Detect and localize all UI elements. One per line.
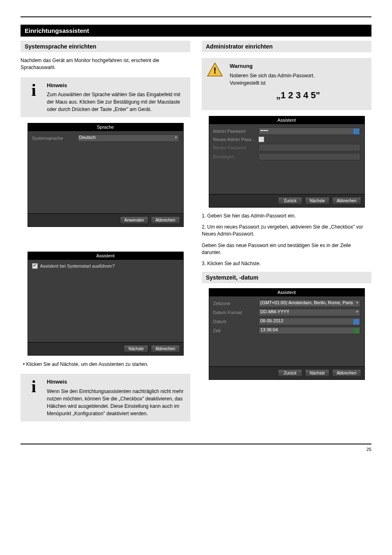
info-icon: i xyxy=(25,81,42,99)
page-footer: 25 xyxy=(21,444,371,452)
label-admin-password: Admin Passwort xyxy=(213,129,258,134)
note2-body: Wenn Sie den Einrichtungsassistenten nac… xyxy=(47,388,185,417)
dropdown-system-language[interactable]: Deutsch xyxy=(77,134,179,142)
right-heading-2: Systemzeit, -datum xyxy=(202,272,371,283)
clock-icon[interactable] xyxy=(353,328,359,334)
step-2: 2. Um ein neues Passwort zu vergeben, ak… xyxy=(202,224,371,238)
label-new-admin-password: Neues Admin Pass... xyxy=(213,137,258,142)
panel-admin-title: Assistent xyxy=(209,116,364,124)
step-3: 3. Klicken Sie auf Nächste. xyxy=(202,260,371,267)
dropdown-date-format[interactable]: DD-MM-YYYY xyxy=(258,309,360,316)
panel-wizard-title: Assistent xyxy=(28,252,183,260)
label-date: Datum xyxy=(213,319,258,324)
left-column: Systemsprache einrichten Nachdem das Ger… xyxy=(21,41,190,427)
section-title-bar: Einrichtungsassistent xyxy=(21,25,371,37)
cancel-button[interactable]: Abbrechen xyxy=(332,197,361,205)
input-confirm-password xyxy=(258,153,360,160)
panel-system-time: Assistent Zeitzone (GMT+01:00) Amsterdam… xyxy=(209,288,365,380)
step-2b: Geben Sie das neue Passwort ein und best… xyxy=(202,242,371,257)
input-new-password xyxy=(258,144,360,151)
header-rule xyxy=(21,16,371,17)
calendar-icon[interactable] xyxy=(353,319,359,325)
note-box-2: i Hinweis Wenn Sie den Einrichtungsassis… xyxy=(21,374,190,421)
label-confirm-password: Bestätigen xyxy=(213,154,258,159)
input-time[interactable]: 13:36:04 xyxy=(258,327,360,334)
dropdown-timezone[interactable]: (GMT+01:00) Amsterdam, Berlin, Rome, Par… xyxy=(258,300,360,307)
checkbox-run-wizard[interactable] xyxy=(32,263,38,269)
warning-box: ! Warnung Notieren Sie sich das Admin-Pa… xyxy=(202,58,371,110)
panel-language-title: Sprache xyxy=(28,123,183,131)
apply-button[interactable]: Anwenden xyxy=(120,216,148,224)
next-button[interactable]: Nächste xyxy=(124,345,148,353)
admin-password-value: ••••• xyxy=(261,128,268,133)
bullet-start-wizard: Klicken Sie auf Nächste, um den Assisten… xyxy=(23,361,190,368)
svg-text:!: ! xyxy=(213,65,216,76)
cancel-button[interactable]: Abbrechen xyxy=(151,345,180,353)
checkbox-run-wizard-label: Assistent bei Systemstart ausführen? xyxy=(40,264,115,268)
note-title: Hinweis xyxy=(47,81,185,90)
back-button[interactable]: Zurück xyxy=(278,197,302,205)
right-column: Administrator einrichten ! Warnung Notie… xyxy=(202,41,371,427)
panel-wizard-start: Assistent Assistent bei Systemstart ausf… xyxy=(28,252,184,356)
next-button[interactable]: Nächste xyxy=(305,369,330,377)
cancel-button[interactable]: Abbrechen xyxy=(151,216,180,224)
panel-admin-password: Assistent Admin Passwort ••••• Neues Adm… xyxy=(209,116,365,208)
default-password: „1 2 3 4 5" xyxy=(230,88,367,102)
cancel-button[interactable]: Abbrechen xyxy=(332,369,361,377)
label-system-language: Systemsprache xyxy=(32,136,77,141)
label-date-format: Datum Format xyxy=(213,310,258,315)
back-button[interactable]: Zurück xyxy=(278,369,302,377)
left-heading: Systemsprache einrichten xyxy=(21,41,190,52)
input-admin-password[interactable]: ••••• xyxy=(258,127,360,135)
step-1: 1. Geben Sie hier das Admin-Passwort ein… xyxy=(202,213,371,220)
warning-title: Warnung xyxy=(230,62,367,70)
note-body: Zum Auswählen der Sprache wählen Sie das… xyxy=(47,91,185,113)
note-box: i Hinweis Zum Auswählen der Sprache wähl… xyxy=(21,77,190,118)
keyboard-icon[interactable] xyxy=(353,129,359,134)
checkbox-new-admin-password[interactable] xyxy=(258,136,264,142)
left-intro: Nachdem das Gerät am Monitor hochgefahre… xyxy=(21,57,190,72)
right-heading: Administrator einrichten xyxy=(202,41,371,52)
info-icon: i xyxy=(25,378,42,395)
input-date[interactable]: 08-05-2012 xyxy=(258,318,360,325)
label-new-password: Neues Passwort xyxy=(213,145,258,150)
next-button[interactable]: Nächste xyxy=(305,197,330,205)
label-time: Zeit xyxy=(213,328,258,333)
panel-time-title: Assistent xyxy=(209,289,364,296)
warning-body-1: Notieren Sie sich das Admin-Passwort. xyxy=(230,72,367,79)
note2-title: Hinweis xyxy=(47,378,185,386)
panel-language: Sprache Systemsprache Deutsch Anwenden A… xyxy=(28,123,184,227)
warning-body-2: Voreingestellt ist xyxy=(230,79,367,87)
label-timezone: Zeitzone xyxy=(213,301,258,306)
warning-icon: ! xyxy=(207,62,225,78)
